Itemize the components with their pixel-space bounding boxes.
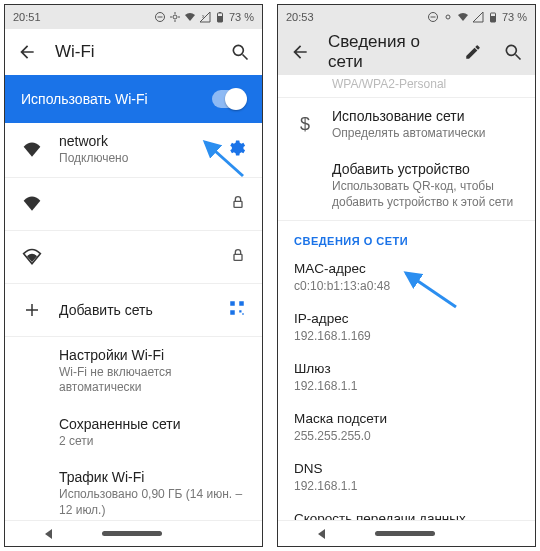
edit-button[interactable] <box>461 40 485 64</box>
svg-point-11 <box>233 45 243 55</box>
saved-networks-title: Сохраненные сети <box>59 416 246 432</box>
svg-point-25 <box>446 15 450 19</box>
nav-bar <box>278 520 535 546</box>
details-scroll[interactable]: WPA/WPA2-Personal $ Использование сети О… <box>278 75 535 520</box>
nav-home[interactable] <box>375 531 435 536</box>
network-settings-button[interactable] <box>226 138 246 162</box>
section-header: СВЕДЕНИЯ О СЕТИ <box>278 221 535 253</box>
wifi-signal-icon <box>21 140 43 160</box>
page-title: Сведения о сети <box>328 32 445 72</box>
wifi-list: network Подключено <box>5 123 262 520</box>
add-device-sub: Использовать QR-код, чтобы добавить устр… <box>332 179 519 210</box>
mac-row: MAC-адрес c0:10:b1:13:a0:48 <box>278 253 535 303</box>
phone-right: 20:53 73 % Сведения о сети <box>277 4 536 547</box>
dns-label: DNS <box>294 461 519 476</box>
location-icon <box>442 11 454 23</box>
wifi-traffic-row[interactable]: Трафик Wi-Fi Использовано 0,90 ГБ (14 ию… <box>5 459 262 520</box>
plus-icon <box>21 301 43 319</box>
svg-rect-21 <box>242 313 244 315</box>
wifi-signal-icon <box>21 247 43 267</box>
svg-point-2 <box>173 15 177 19</box>
app-bar: Wi-Fi <box>5 29 262 75</box>
truncated-row: WPA/WPA2-Personal <box>278 75 535 97</box>
svg-line-29 <box>516 55 521 60</box>
svg-rect-17 <box>230 301 235 306</box>
signal-icon <box>472 11 484 23</box>
app-bar: Сведения о сети <box>278 29 535 75</box>
wifi-icon <box>457 11 469 23</box>
usage-row[interactable]: $ Использование сети Определять автомати… <box>278 98 535 152</box>
add-network-label: Добавить сеть <box>59 302 212 318</box>
signal-icon: x <box>199 11 211 23</box>
locked-network-row[interactable] <box>5 178 262 230</box>
ip-row: IP-адрес 192.168.1.169 <box>278 303 535 353</box>
saved-networks-row[interactable]: Сохраненные сети 2 сети <box>5 406 262 460</box>
ip-label: IP-адрес <box>294 311 519 326</box>
svg-rect-9 <box>217 16 222 22</box>
svg-rect-20 <box>239 310 241 312</box>
svg-point-28 <box>506 45 516 55</box>
nav-back[interactable] <box>318 529 325 539</box>
status-time: 20:51 <box>13 11 41 23</box>
qr-icon <box>228 299 246 317</box>
mask-row: Маска подсети 255.255.255.0 <box>278 403 535 453</box>
lock-icon <box>230 194 246 214</box>
network-status: Подключено <box>59 151 210 167</box>
nav-back[interactable] <box>45 529 52 539</box>
add-network-row[interactable]: Добавить сеть <box>5 284 262 336</box>
saved-networks-sub: 2 сети <box>59 434 246 450</box>
search-button[interactable] <box>228 40 252 64</box>
gear-icon <box>226 138 246 158</box>
mask-label: Маска подсети <box>294 411 519 426</box>
back-button[interactable] <box>288 40 312 64</box>
svg-rect-10 <box>219 12 221 13</box>
wifi-toggle-row[interactable]: Использовать Wi-Fi <box>5 75 262 123</box>
arrow-back-icon <box>17 42 37 62</box>
lock-icon <box>230 247 246 267</box>
usage-sub: Определять автоматически <box>332 126 519 142</box>
svg-rect-19 <box>230 310 235 315</box>
wifi-traffic-sub: Использовано 0,90 ГБ (14 июн. – 12 июл.) <box>59 487 246 518</box>
mac-value: c0:10:b1:13:a0:48 <box>294 279 519 293</box>
search-button[interactable] <box>501 40 525 64</box>
wifi-icon <box>184 11 196 23</box>
status-time: 20:53 <box>286 11 314 23</box>
wifi-toggle-label: Использовать Wi-Fi <box>21 91 148 107</box>
status-bar: 20:51 x 73 % <box>5 5 262 29</box>
gateway-label: Шлюз <box>294 361 519 376</box>
add-device-title: Добавить устройство <box>332 161 519 177</box>
add-device-row[interactable]: Добавить устройство Использовать QR-код,… <box>278 151 535 220</box>
qr-scan-button[interactable] <box>228 299 246 321</box>
gateway-value: 192.168.1.1 <box>294 379 519 393</box>
svg-line-12 <box>243 55 248 60</box>
wifi-switch[interactable] <box>212 90 246 108</box>
location-icon <box>169 11 181 23</box>
dns-value: 192.168.1.1 <box>294 479 519 493</box>
arrow-back-icon <box>290 42 310 62</box>
ip-value: 192.168.1.169 <box>294 329 519 343</box>
phone-left: 20:51 x 73 % Wi-Fi Использовать Wi-Fi <box>4 4 263 547</box>
svg-rect-18 <box>239 301 244 306</box>
battery-icon <box>487 11 499 23</box>
status-icons: x 73 % <box>154 11 254 23</box>
nav-home[interactable] <box>102 531 162 536</box>
gateway-row: Шлюз 192.168.1.1 <box>278 353 535 403</box>
status-icons: 73 % <box>427 11 527 23</box>
network-ssid: network <box>59 133 210 149</box>
back-button[interactable] <box>15 40 39 64</box>
wifi-settings-row[interactable]: Настройки Wi-Fi Wi-Fi не включается авто… <box>5 337 262 406</box>
wifi-settings-title: Настройки Wi-Fi <box>59 347 246 363</box>
search-icon <box>230 42 250 62</box>
speed-row: Скорость передачи данных 72 Мбит/с <box>278 503 535 520</box>
svg-rect-14 <box>234 254 242 260</box>
dollar-icon: $ <box>294 114 316 135</box>
connected-network-row[interactable]: network Подключено <box>5 123 262 177</box>
speed-label: Скорость передачи данных <box>294 511 519 520</box>
mac-label: MAC-адрес <box>294 261 519 276</box>
wifi-settings-sub: Wi-Fi не включается автоматически <box>59 365 246 396</box>
do-not-disturb-icon <box>154 11 166 23</box>
svg-rect-27 <box>490 16 495 22</box>
locked-network-row[interactable] <box>5 231 262 283</box>
search-icon <box>503 42 523 62</box>
nav-bar <box>5 520 262 546</box>
